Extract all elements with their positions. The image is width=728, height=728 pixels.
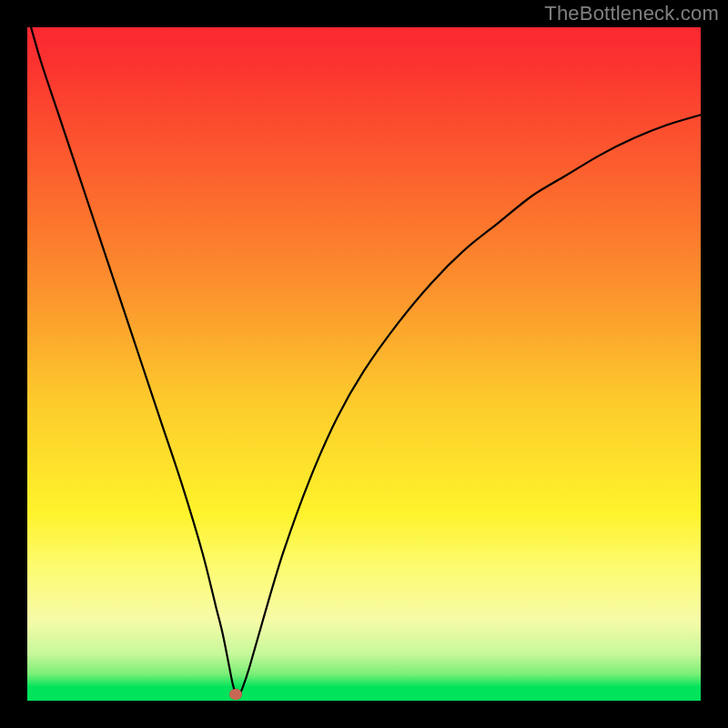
minimum-marker [229, 689, 242, 700]
plot-area [27, 27, 701, 701]
chart-frame: TheBottleneck.com [0, 0, 728, 728]
bottleneck-curve [27, 27, 701, 701]
watermark-text: TheBottleneck.com [544, 2, 719, 25]
